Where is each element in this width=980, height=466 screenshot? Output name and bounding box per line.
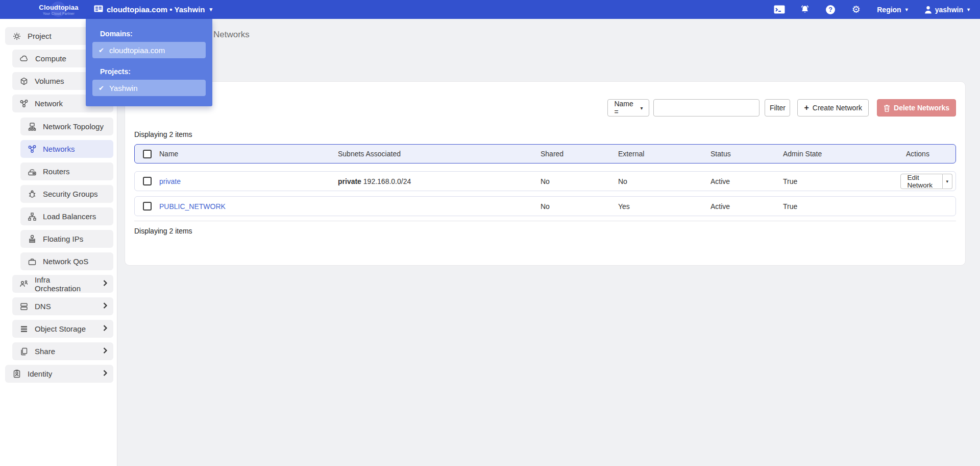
brand-tagline: Your Cloud Partner bbox=[43, 12, 75, 15]
question-circle-icon: ? bbox=[825, 5, 836, 15]
help-button[interactable]: ? bbox=[818, 0, 843, 19]
status-cell: Active bbox=[710, 177, 783, 185]
select-all-checkbox[interactable] bbox=[143, 150, 152, 158]
object-storage-icon bbox=[19, 324, 29, 334]
network-link-public[interactable]: PUBLIC_NETWORK bbox=[159, 202, 226, 211]
network-link-private[interactable]: private bbox=[159, 177, 181, 185]
dns-icon bbox=[19, 302, 29, 311]
sidebar-item-dns[interactable]: DNS bbox=[12, 297, 113, 315]
load-balancer-icon bbox=[28, 212, 37, 221]
sidebar-item-load-balancers[interactable]: Load Balancers bbox=[20, 207, 113, 225]
cloud-icon bbox=[19, 54, 29, 63]
sidebar-item-object-storage[interactable]: Object Storage bbox=[12, 320, 113, 338]
chevron-down-icon: ▾ bbox=[210, 6, 213, 13]
column-header-status: Status bbox=[710, 150, 783, 158]
project-option-label: Yashwin bbox=[109, 84, 138, 92]
network-icon bbox=[19, 99, 29, 108]
identity-icon bbox=[12, 369, 21, 379]
external-cell: No bbox=[618, 177, 710, 185]
external-cell: Yes bbox=[618, 202, 710, 211]
row-checkbox[interactable] bbox=[143, 202, 152, 211]
sidebar-item-label: Network Topology bbox=[43, 122, 104, 131]
networks-panel: Name = ▾ Filter + Create Network Delete … bbox=[125, 81, 966, 266]
column-header-actions: Actions bbox=[906, 150, 955, 158]
gear-icon: ⚙ bbox=[852, 5, 861, 14]
svg-text:?: ? bbox=[828, 6, 832, 13]
sidebar-item-label: Network QoS bbox=[43, 257, 88, 266]
notifications-button[interactable] bbox=[792, 0, 818, 19]
sidebar-item-routers[interactable]: Routers bbox=[20, 162, 113, 180]
column-header-shared: Shared bbox=[541, 150, 618, 158]
edit-network-button[interactable]: Edit Network bbox=[900, 174, 942, 189]
create-network-button[interactable]: + Create Network bbox=[797, 99, 869, 116]
sidebar-item-floating-ips[interactable]: Floating IPs bbox=[20, 230, 113, 248]
admin-state-cell: True bbox=[783, 177, 906, 185]
sidebar-item-label: Volumes bbox=[35, 77, 64, 85]
filter-button[interactable]: Filter bbox=[765, 99, 790, 116]
chevron-right-icon bbox=[102, 279, 108, 288]
floating-ip-icon bbox=[28, 235, 37, 244]
check-icon: ✔ bbox=[99, 84, 104, 92]
sidebar-item-network-topology[interactable]: Network Topology bbox=[20, 118, 113, 135]
filter-button-label: Filter bbox=[770, 104, 786, 112]
trash-icon bbox=[884, 104, 890, 112]
console-button[interactable] bbox=[767, 0, 792, 19]
user-name-label: yashwin bbox=[935, 6, 963, 14]
table-row-public-network: PUBLIC_NETWORK No Yes Active True bbox=[134, 196, 956, 216]
table-toolbar: Name = ▾ Filter + Create Network Delete … bbox=[134, 99, 956, 116]
filter-input[interactable] bbox=[653, 99, 760, 116]
item-count-top: Displaying 2 items bbox=[134, 130, 956, 138]
chevron-down-icon: ▾ bbox=[640, 105, 643, 111]
user-icon bbox=[924, 6, 932, 14]
breadcrumb: Networks bbox=[213, 30, 250, 40]
chevron-right-icon bbox=[102, 324, 108, 333]
domains-heading: Domains: bbox=[100, 30, 206, 38]
sidebar-item-label: Network bbox=[35, 99, 63, 108]
sidebar-item-label: Floating IPs bbox=[43, 235, 83, 243]
chevron-right-icon bbox=[102, 369, 108, 378]
sidebar-item-label: Identity bbox=[28, 369, 52, 378]
sidebar-item-share[interactable]: Share bbox=[12, 342, 113, 360]
share-icon bbox=[19, 347, 29, 356]
sidebar-item-networks[interactable]: Networks bbox=[20, 140, 113, 158]
router-icon bbox=[28, 167, 37, 176]
sidebar-item-label: Object Storage bbox=[35, 324, 86, 333]
region-label: Region bbox=[877, 6, 901, 14]
domain-option-label: cloudtopiaa.com bbox=[109, 46, 165, 55]
row-checkbox[interactable] bbox=[143, 177, 152, 185]
delete-networks-label: Delete Networks bbox=[894, 104, 949, 112]
project-icon bbox=[12, 32, 21, 41]
project-option-yashwin[interactable]: ✔ Yashwin bbox=[92, 80, 206, 96]
column-header-subnets: Subnets Associated bbox=[338, 150, 541, 158]
subnets-cell: private 192.168.0.0/24 bbox=[338, 177, 541, 185]
table-row-private: private private 192.168.0.0/24 No No Act… bbox=[134, 171, 956, 191]
topology-icon bbox=[28, 122, 37, 131]
sidebar-item-security-groups[interactable]: Security Groups bbox=[20, 185, 113, 203]
filter-field-dropdown[interactable]: Name = ▾ bbox=[607, 99, 649, 116]
chevron-down-icon: ▾ bbox=[967, 7, 970, 12]
top-navigation-bar: Cloudtopiaa Your Cloud Partner cloudtopi… bbox=[0, 0, 980, 19]
sidebar-item-label: Routers bbox=[43, 167, 70, 176]
chevron-right-icon bbox=[102, 302, 108, 311]
settings-button[interactable]: ⚙ bbox=[843, 0, 869, 19]
cube-icon bbox=[19, 77, 29, 86]
context-switcher-label: cloudtopiaa.com • Yashwin bbox=[107, 5, 205, 14]
region-dropdown[interactable]: Region ▾ bbox=[869, 0, 916, 19]
subnet-cidr: 192.168.0.0/24 bbox=[363, 177, 411, 185]
table-footer-divider bbox=[134, 221, 956, 221]
sidebar-item-identity[interactable]: Identity bbox=[5, 365, 113, 383]
edit-network-dropdown-toggle[interactable]: ▾ bbox=[943, 174, 952, 189]
admin-state-cell: True bbox=[783, 202, 906, 211]
brand-logo[interactable]: Cloudtopiaa Your Cloud Partner bbox=[0, 0, 117, 19]
status-cell: Active bbox=[710, 202, 783, 211]
networks-icon bbox=[28, 145, 37, 154]
sidebar-item-infra-orchestration[interactable]: Infra Orchestration bbox=[12, 275, 113, 293]
chevron-down-icon: ▾ bbox=[905, 7, 908, 12]
delete-networks-button[interactable]: Delete Networks bbox=[877, 99, 956, 116]
user-menu[interactable]: yashwin ▾ bbox=[916, 0, 980, 19]
orchestration-icon bbox=[19, 279, 29, 289]
sidebar-item-network-qos[interactable]: Network QoS bbox=[20, 252, 113, 270]
check-icon: ✔ bbox=[99, 46, 104, 54]
domain-option-cloudtopiaa[interactable]: ✔ cloudtopiaa.com bbox=[92, 42, 206, 58]
briefcase-icon bbox=[28, 257, 37, 266]
